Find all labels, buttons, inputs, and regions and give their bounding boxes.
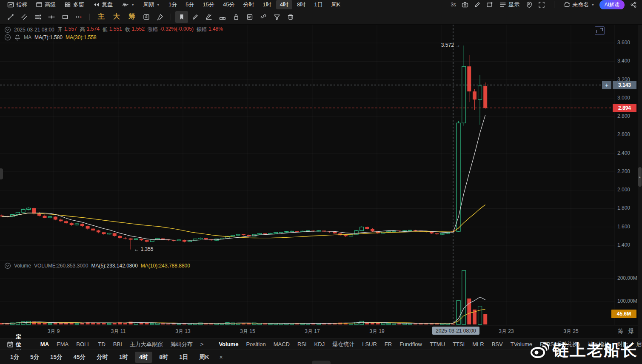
bottom-timeframe-周K[interactable]: 周K <box>195 352 213 363</box>
indicator-筹码分布[interactable]: 筹码分布 <box>167 340 196 349</box>
indicator-TD[interactable]: TD <box>94 340 108 348</box>
tool-multi-lines[interactable] <box>31 11 44 23</box>
timeframe-15分[interactable]: 15分 <box>199 0 218 9</box>
tool-大[interactable]: 大 <box>109 12 124 21</box>
tool-note[interactable] <box>243 11 256 23</box>
tool-signature-pen[interactable] <box>203 11 215 23</box>
drawing-toolbar: 主大筹 <box>0 9 642 25</box>
tool-brush[interactable] <box>154 11 166 23</box>
bottom-timeframe-5分[interactable]: 5分 <box>26 352 43 363</box>
sub-indicator-TTMU[interactable]: TTMU <box>426 340 448 348</box>
indicator-EMA[interactable]: EMA <box>53 340 72 348</box>
menu-指标[interactable]: 指标 <box>3 0 31 9</box>
tool-cross-line[interactable] <box>45 11 58 23</box>
sub-indicator-FR[interactable]: FR <box>381 340 395 348</box>
tool-主[interactable]: 主 <box>94 12 108 21</box>
sub-indicator-Volume[interactable]: Volume <box>215 340 242 348</box>
share-icon[interactable] <box>630 1 637 8</box>
menu-多窗[interactable]: 多窗 <box>60 0 88 9</box>
tool-filter[interactable] <box>271 11 283 23</box>
tool-bookmark[interactable] <box>175 11 188 23</box>
trend-line-icon <box>7 14 14 20</box>
fullscreen-icon[interactable] <box>538 1 545 8</box>
tool-link[interactable] <box>257 11 270 23</box>
indicator-BOLL[interactable]: BOLL <box>73 340 94 348</box>
indicator-主力大单跟踪[interactable]: 主力大单跟踪 <box>126 340 166 349</box>
chart-canvas[interactable] <box>0 0 642 364</box>
bell-icon[interactable] <box>14 34 21 41</box>
workspace-menu[interactable]: 未命名 ▾ <box>563 1 594 9</box>
pane-expand-icon[interactable] <box>595 26 605 35</box>
sub-indicator-KDJ[interactable]: KDJ <box>311 340 328 348</box>
sub-indicator-MACD[interactable]: MACD <box>270 340 293 348</box>
add-pane-icon[interactable] <box>486 1 493 8</box>
calendar-icon <box>7 341 14 348</box>
sub-indicator-BSV[interactable]: BSV <box>488 340 506 348</box>
wave-tool-button[interactable]: ▾ <box>118 0 138 9</box>
ohlc-row: 2025-03-21 08:00 开1.557 高1.574 低1.551 收1… <box>4 26 223 33</box>
left-panel-handle[interactable] <box>0 168 3 179</box>
sub-indicator-TTSI[interactable]: TTSI <box>449 340 468 348</box>
indicator-BBI[interactable]: BBI <box>110 340 126 348</box>
tab-chips[interactable]: 筹 <box>618 327 623 335</box>
bottom-timeframe-1日[interactable]: 1日 <box>175 352 192 363</box>
bottom-timeframe-4时[interactable]: 4时 <box>135 352 152 363</box>
tool-ruler[interactable] <box>216 11 229 23</box>
tool-pencil[interactable] <box>189 11 202 23</box>
tool-筹[interactable]: 筹 <box>125 12 139 21</box>
bottom-timeframe-15分[interactable]: 15分 <box>46 352 67 363</box>
ma7-value: MA(7):1.580 <box>34 34 63 40</box>
bottom-timeframe-1时[interactable]: 1时 <box>115 352 132 363</box>
tool-lock[interactable] <box>230 11 243 23</box>
timeframe-45分[interactable]: 45分 <box>219 0 238 9</box>
alert-shield-icon[interactable] <box>526 1 533 8</box>
sub-indicator-LSUR[interactable]: LSUR <box>359 340 380 348</box>
menu-高级[interactable]: 高级 <box>32 0 60 9</box>
close-tab-icon[interactable]: × <box>216 354 226 361</box>
scrollbar-thumb[interactable]: ▸ <box>638 167 642 187</box>
crosshair-plus-icon[interactable]: + <box>602 81 611 89</box>
sub-indicator-爆仓统计[interactable]: 爆仓统计 <box>329 340 358 349</box>
menu-复盘[interactable]: 复盘 <box>89 0 117 9</box>
bottom-timeframe-45分[interactable]: 45分 <box>69 352 90 363</box>
period-menu[interactable]: 周期 ▾ <box>140 0 163 9</box>
tool-trend-line[interactable] <box>4 11 17 23</box>
tool-trash[interactable] <box>284 11 297 23</box>
tab-liquidation[interactable]: 爆 <box>628 327 634 335</box>
timeframe-1时[interactable]: 1时 <box>259 0 275 9</box>
sub-indicator-MLR[interactable]: MLR <box>469 340 487 348</box>
camera-icon[interactable] <box>462 1 468 8</box>
tool-parallel-channel[interactable] <box>18 11 31 23</box>
tool-more-dots[interactable] <box>72 11 85 23</box>
tool-cycle-2[interactable] <box>140 11 153 23</box>
bottom-timeframe-1分[interactable]: 1分 <box>6 352 23 363</box>
high-value: 1.574 <box>87 26 100 33</box>
scrollbar[interactable]: ▸ <box>638 25 642 338</box>
timeframe-1分[interactable]: 1分 <box>165 0 181 9</box>
indicator-MA[interactable]: MA <box>37 340 52 348</box>
collapse-circle-icon[interactable] <box>4 34 11 41</box>
collapse-circle-icon[interactable] <box>4 26 11 33</box>
bottom-timeframe-分时[interactable]: 分时 <box>92 352 112 363</box>
sub-indicator-Fundflow[interactable]: Fundflow <box>396 340 425 348</box>
collapse-circle-icon[interactable] <box>4 262 11 269</box>
timeframe-分时[interactable]: 分时 <box>239 0 258 9</box>
timeframe-1日[interactable]: 1日 <box>310 0 326 9</box>
timeframe-8时[interactable]: 8时 <box>293 0 309 9</box>
timeframe-4时[interactable]: 4时 <box>276 0 292 9</box>
sub-indicator-RSI[interactable]: RSI <box>294 340 310 348</box>
collapse-handle[interactable] <box>312 361 331 364</box>
ai-analysis-button[interactable]: AI解读 <box>599 0 625 10</box>
price-tick: 1.600 <box>617 224 630 230</box>
price-tick: 1.800 <box>617 205 630 211</box>
indicator-more-arrow[interactable]: > <box>197 340 207 348</box>
price-tick: 3.600 <box>617 40 630 46</box>
window-icon <box>36 1 43 8</box>
timeframe-周K[interactable]: 周K <box>327 0 344 9</box>
edit-pencil-icon[interactable] <box>474 1 481 8</box>
bottom-timeframe-8时[interactable]: 8时 <box>155 352 172 363</box>
timeframe-5分[interactable]: 5分 <box>182 0 198 9</box>
sub-indicator-Position[interactable]: Position <box>243 340 269 348</box>
display-menu[interactable]: 显示 <box>499 0 520 9</box>
tool-rectangle[interactable] <box>59 11 71 23</box>
